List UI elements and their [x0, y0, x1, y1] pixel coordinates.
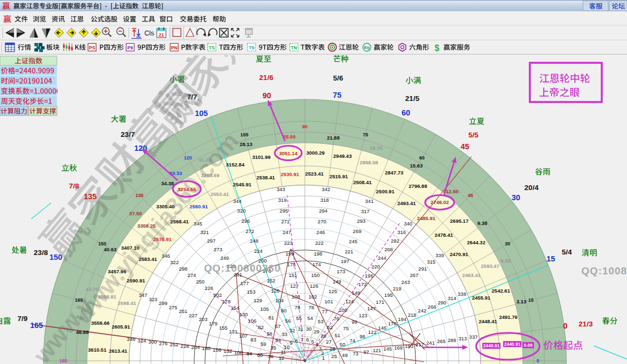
svg-text:QQ:100800360: QQ:100800360: [204, 263, 281, 274]
svg-text:84: 84: [246, 351, 252, 356]
svg-text:107: 107: [239, 333, 247, 339]
svg-text:219: 219: [393, 286, 402, 292]
svg-text:100: 100: [339, 307, 347, 313]
svg-text:34: 34: [275, 337, 281, 343]
svg-text:132: 132: [223, 348, 232, 354]
svg-text:289: 289: [448, 337, 456, 343]
svg-text:106: 106: [248, 318, 257, 324]
svg-text:2448.41: 2448.41: [479, 318, 498, 324]
svg-text:45: 45: [468, 193, 473, 198]
svg-text:3.13: 3.13: [516, 299, 527, 304]
svg-text:50: 50: [340, 341, 346, 347]
svg-text:15: 15: [546, 254, 555, 263]
svg-text:202: 202: [213, 292, 222, 298]
svg-text:2508.41: 2508.41: [353, 179, 372, 185]
svg-text:$: $: [435, 43, 440, 53]
svg-text:294: 294: [319, 208, 327, 214]
svg-text:27: 27: [326, 339, 332, 345]
svg-text:34.38: 34.38: [161, 180, 174, 186]
svg-text:PS: PS: [89, 45, 96, 50]
svg-text:54: 54: [307, 315, 313, 321]
svg-text:2500.91: 2500.91: [376, 188, 395, 194]
svg-text:26: 26: [330, 346, 336, 352]
svg-text:272: 272: [246, 228, 254, 234]
svg-text:121: 121: [373, 347, 381, 353]
svg-text:313: 313: [458, 336, 467, 341]
svg-text:2949.43: 2949.43: [333, 153, 352, 159]
svg-text:249: 249: [220, 255, 229, 261]
svg-text:126: 126: [310, 283, 318, 289]
svg-text:165: 165: [30, 321, 43, 330]
svg-text:2440.91: 2440.91: [504, 341, 521, 347]
svg-text:75: 75: [363, 132, 368, 137]
svg-text:218: 218: [408, 312, 417, 318]
svg-text:TS: TS: [209, 45, 215, 50]
svg-text:204: 204: [191, 344, 200, 350]
svg-text:245: 245: [349, 238, 358, 244]
svg-text:315: 315: [427, 259, 435, 265]
svg-text:59: 59: [260, 341, 266, 347]
svg-text:5/4: 5/4: [562, 248, 572, 256]
svg-text:337: 337: [469, 334, 478, 340]
svg-text:2470.91: 2470.91: [450, 251, 469, 257]
svg-text:2491.76: 2491.76: [499, 314, 517, 320]
svg-text:2898.58: 2898.58: [360, 159, 378, 165]
svg-text:30: 30: [512, 193, 520, 202]
svg-text:49: 49: [342, 352, 348, 358]
svg-text:82: 82: [258, 324, 264, 330]
svg-text:250: 250: [196, 279, 205, 285]
svg-text:104: 104: [275, 297, 284, 303]
svg-text:194: 194: [398, 316, 406, 322]
svg-text:2440.91: 2440.91: [483, 343, 500, 348]
svg-text:338: 338: [458, 291, 466, 297]
svg-text:120: 120: [184, 155, 192, 161]
svg-text:317: 317: [361, 208, 369, 214]
svg-text:266: 266: [428, 304, 436, 310]
svg-text:8: 8: [295, 338, 297, 344]
svg-text:75: 75: [343, 325, 349, 331]
svg-text:0: 0: [536, 358, 539, 363]
svg-text:175: 175: [287, 261, 296, 267]
svg-text:290: 290: [438, 300, 446, 305]
svg-text:60: 60: [402, 108, 410, 117]
svg-text:198: 198: [314, 251, 322, 257]
svg-text:180: 180: [202, 345, 210, 351]
svg-text:51: 51: [334, 332, 340, 338]
svg-text:30: 30: [306, 326, 312, 332]
svg-text:178: 178: [222, 299, 231, 304]
svg-text:195: 195: [384, 292, 393, 298]
svg-text:2530.91: 2530.91: [281, 171, 300, 177]
svg-text:12: 12: [279, 355, 285, 361]
svg-text:2463.41: 2463.41: [462, 272, 481, 278]
svg-text:323: 323: [149, 296, 157, 302]
svg-text:105: 105: [240, 132, 249, 137]
svg-text:127: 127: [290, 283, 298, 289]
svg-text:7: 7: [301, 337, 303, 343]
svg-text:129: 129: [253, 297, 262, 303]
svg-text:268: 268: [384, 246, 393, 252]
svg-text:21.88: 21.88: [327, 135, 340, 141]
svg-text:5/5: 5/5: [469, 131, 479, 139]
svg-text:267: 267: [410, 272, 418, 278]
svg-text:9.38: 9.38: [477, 220, 487, 226]
svg-text:7/9: 7/9: [18, 315, 28, 323]
svg-text:153: 153: [247, 289, 256, 295]
svg-text:223: 223: [284, 240, 293, 246]
svg-text:58: 58: [267, 331, 273, 337]
svg-text:73: 73: [353, 351, 359, 356]
svg-text:2455.91: 2455.91: [472, 295, 491, 301]
svg-text:32: 32: [289, 327, 295, 333]
svg-text:23/8: 23/8: [34, 249, 48, 257]
svg-text:60: 60: [257, 352, 263, 358]
svg-text:2593.47: 2593.47: [481, 263, 499, 269]
svg-text:299: 299: [159, 300, 167, 306]
svg-text:180: 180: [59, 358, 67, 363]
svg-text:98: 98: [360, 333, 366, 339]
svg-text:25: 25: [331, 353, 337, 359]
svg-text:33: 33: [282, 331, 288, 337]
svg-text:55: 55: [296, 315, 302, 321]
svg-text:21: 21: [158, 32, 164, 38]
svg-text:60: 60: [419, 155, 425, 161]
svg-text:340: 340: [404, 221, 412, 227]
svg-text:2542.61: 2542.61: [492, 288, 511, 294]
